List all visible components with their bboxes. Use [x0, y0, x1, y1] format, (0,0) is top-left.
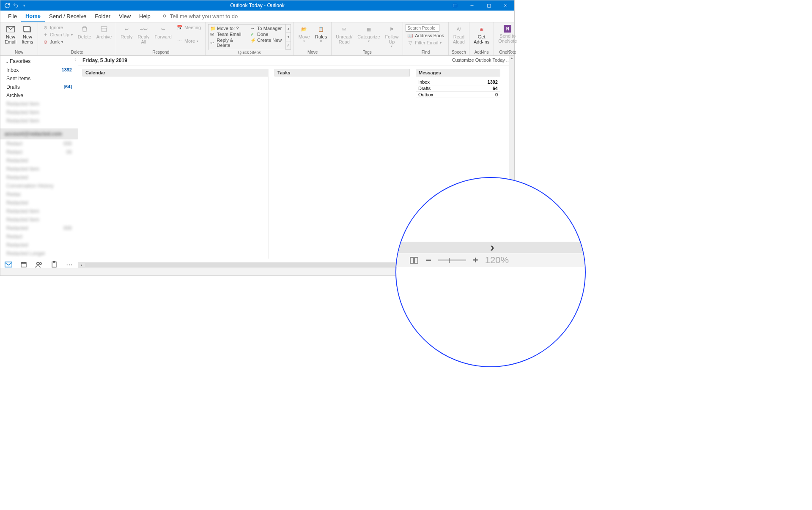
mag-scroll-right-icon[interactable]: ›	[490, 240, 494, 254]
folder-sent-items[interactable]: Sent Items	[0, 74, 78, 83]
maximize-button[interactable]	[480, 0, 497, 11]
move-folder-icon: 📂	[300, 25, 308, 33]
titlebar: ▾ Outlook Today - Outlook	[0, 0, 514, 11]
lightbulb-icon	[162, 14, 167, 19]
messages-row-drafts[interactable]: Drafts64	[416, 85, 500, 92]
address-book-button[interactable]: 📖Address Book	[406, 32, 445, 39]
tell-me-search[interactable]: Tell me what you want to do	[162, 13, 238, 19]
qs-to-manager[interactable]: →To Manager	[250, 25, 288, 31]
account-header[interactable]: account@redacted.com	[0, 128, 78, 139]
messages-row-outbox[interactable]: Outbox0	[416, 92, 500, 98]
tab-folder[interactable]: Folder	[91, 11, 115, 21]
cleanup-button[interactable]: ✦Clean Up▾	[41, 31, 74, 38]
tab-send-receive[interactable]: Send / Receive	[45, 11, 91, 21]
folder-drafts[interactable]: Drafts[64]	[0, 83, 78, 91]
favorites-header[interactable]: Favorites	[0, 56, 78, 66]
nav-more-icon[interactable]: ⋯	[66, 261, 73, 268]
envelope-icon: ✉	[210, 32, 215, 37]
new-email-button[interactable]: New Email	[3, 24, 18, 45]
envelope-icon	[6, 25, 15, 33]
meeting-button[interactable]: 📅Meeting	[175, 24, 203, 31]
zoom-out-button[interactable]: −	[423, 255, 434, 266]
messages-row-inbox[interactable]: Inbox1392	[416, 79, 500, 85]
filter-icon: ▽	[407, 40, 413, 46]
qs-scroll[interactable]: ▴▾⤢	[285, 25, 291, 50]
qs-done[interactable]: ✓Done	[250, 31, 288, 37]
folder-archive[interactable]: Archive	[0, 91, 78, 100]
junk-button[interactable]: ⊘Junk▾	[41, 38, 74, 45]
calendar-icon: 📅	[177, 25, 183, 30]
ribbon-group-speech: A⁾Read Aloud Speech	[449, 22, 469, 55]
folder-redacted: Redacted Item	[0, 100, 78, 108]
window-title: Outlook Today - Outlook	[230, 3, 285, 8]
reply-all-button[interactable]: ↩↩Reply All	[136, 24, 151, 45]
nav-tasks-icon[interactable]	[50, 261, 58, 268]
magnifier-overlay: ⌄ › − + 120%	[395, 177, 586, 367]
qs-move-to[interactable]: 📁Move to: ?	[209, 25, 247, 31]
messages-heading: Messages	[416, 69, 500, 76]
zoom-level[interactable]: 120%	[485, 255, 509, 266]
reading-view-icon[interactable]	[409, 255, 419, 265]
send-to-onenote-button[interactable]: NSend to OneNote	[497, 24, 518, 44]
ribbon-display-icon[interactable]	[447, 0, 464, 11]
qs-team-email[interactable]: ✉Team Email	[209, 31, 247, 37]
search-people-input[interactable]	[406, 24, 439, 32]
svg-point-9	[37, 262, 39, 265]
qs-reply-delete[interactable]: ↩Reply & Delete	[209, 37, 247, 48]
delete-button[interactable]: Delete	[76, 24, 93, 40]
zoom-in-button[interactable]: +	[470, 255, 481, 266]
nav-people-icon[interactable]	[35, 261, 43, 268]
sync-icon[interactable]	[4, 2, 11, 9]
tab-view[interactable]: View	[115, 11, 135, 21]
folder-pane-collapse[interactable]: ‹	[74, 57, 76, 62]
unread-button[interactable]: ✉Unread/ Read	[334, 24, 354, 45]
quicksteps-gallery[interactable]: 📁Move to: ? ✉Team Email ↩Reply & Delete …	[208, 24, 291, 50]
categorize-button[interactable]: ▦Categorize▾	[356, 24, 381, 44]
folder-redacted: Redacted	[0, 241, 78, 249]
new-items-button[interactable]: New Items	[20, 24, 35, 45]
calendar-column: Calendar	[82, 69, 269, 259]
ribbon-collapse-button[interactable]: ⌃	[508, 49, 512, 55]
qat-dropdown-icon[interactable]: ▾	[21, 2, 27, 9]
tab-file[interactable]: File	[4, 11, 21, 21]
group-label-find: Find	[406, 50, 445, 55]
check-icon: ✓	[250, 32, 255, 37]
followup-button[interactable]: ⚑Follow Up▾	[384, 24, 401, 49]
reply-icon: ↩	[122, 25, 131, 33]
rules-button[interactable]: 📋Rules▾	[313, 24, 329, 44]
more-icon: ⋯	[177, 38, 183, 44]
tasks-heading: Tasks	[274, 69, 410, 76]
menu-tabs: File Home Send / Receive Folder View Hel…	[0, 11, 514, 22]
customize-link[interactable]: Customize Outlook Today ...	[452, 57, 510, 63]
filter-email-button[interactable]: ▽Filter Email▾	[406, 39, 445, 46]
read-aloud-button[interactable]: A⁾Read Aloud	[451, 24, 466, 45]
undo-icon[interactable]	[12, 2, 19, 9]
nav-mail-icon[interactable]	[5, 261, 12, 268]
reply-button[interactable]: ↩Reply	[119, 24, 134, 40]
nav-calendar-icon[interactable]	[20, 261, 27, 268]
forward-button[interactable]: ↪Forward	[153, 24, 173, 40]
archive-button[interactable]: Archive	[95, 24, 114, 40]
get-addins-button[interactable]: ⊞Get Add-ins	[472, 24, 491, 45]
tab-help[interactable]: Help	[135, 11, 155, 21]
minimize-button[interactable]	[464, 0, 480, 11]
ribbon-group-new: New Email New Items New	[0, 22, 38, 55]
folder-redacted: Redact	[0, 232, 78, 241]
group-label-new: New	[3, 50, 35, 55]
folder-redacted: Redacted	[0, 156, 78, 165]
qs-create-new[interactable]: ⚡Create New	[250, 37, 288, 43]
more-respond-button[interactable]: ⋯More▾	[175, 38, 203, 44]
trash-icon	[80, 25, 89, 33]
mag-hscroll[interactable]: ›	[396, 242, 585, 253]
move-button[interactable]: 📂Move▾	[296, 24, 312, 44]
ignore-button[interactable]: ⊘Ignore	[41, 24, 74, 31]
tasks-column: Tasks	[274, 69, 410, 259]
zoom-slider[interactable]	[438, 259, 466, 261]
folder-redacted: Redacted Item	[0, 207, 78, 215]
close-button[interactable]	[497, 0, 514, 11]
svg-rect-6	[101, 27, 107, 28]
archive-icon	[100, 25, 108, 33]
folder-inbox[interactable]: Inbox1392	[0, 66, 78, 74]
scroll-left-icon[interactable]: ‹	[78, 263, 85, 267]
tab-home[interactable]: Home	[21, 11, 45, 22]
